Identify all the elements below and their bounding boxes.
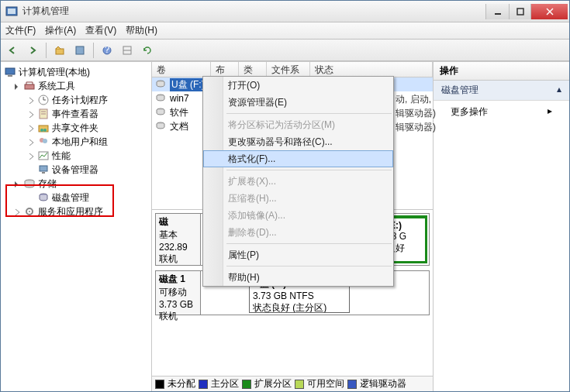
svg-point-22: [40, 129, 43, 132]
tree-local-users[interactable]: 本地用户和组: [2, 135, 150, 149]
back-button[interactable]: [4, 42, 21, 59]
help-button[interactable]: ?: [98, 42, 116, 59]
tree-system-tools[interactable]: 系统工具: [2, 79, 150, 93]
volume-list-header: 卷 布局 类型 文件系统 状态: [152, 62, 433, 77]
ctx-extend: 扩展卷(X)...: [203, 173, 393, 190]
tree-label: 共享文件夹: [52, 122, 98, 135]
menu-view[interactable]: 查看(V): [85, 24, 116, 37]
col-type[interactable]: 类型: [239, 62, 267, 77]
tree-label: 存储: [38, 177, 57, 191]
tree-services[interactable]: 服务和应用程序: [2, 205, 150, 218]
performance-icon: [37, 150, 50, 162]
tree-event-viewer[interactable]: 事件查看器: [2, 107, 150, 121]
svg-point-25: [43, 139, 47, 143]
center-panel: 卷 布局 类型 文件系统 状态 U盘 (F:) 简单 基本 NTFS 状态良好 …: [152, 62, 434, 391]
ctx-open[interactable]: 打开(O): [203, 77, 393, 94]
clock-icon: [37, 94, 50, 106]
expander-icon[interactable]: [27, 96, 36, 105]
ctx-change-letter[interactable]: 更改驱动器号和路径(C)...: [203, 133, 393, 150]
tree-root[interactable]: 计算机管理(本地): [2, 65, 150, 79]
tree-storage[interactable]: 存储: [2, 177, 150, 191]
view-button[interactable]: [119, 42, 136, 59]
actions-category[interactable]: 磁盘管理 ▴: [434, 81, 569, 101]
disk-icon: [37, 191, 50, 204]
window-title: 计算机管理: [22, 5, 485, 18]
legend-extended: 扩展分区: [254, 377, 292, 390]
svg-text:?: ?: [105, 45, 110, 55]
menu-file[interactable]: 文件(F): [5, 24, 36, 37]
folder-share-icon: [37, 122, 50, 134]
disk-info: 磁 基本 232.89 联机: [156, 214, 201, 265]
volume-name: U盘 (F:): [170, 78, 206, 91]
properties-button[interactable]: [71, 42, 88, 59]
svg-rect-27: [40, 166, 47, 171]
tree-label: 任务计划程序: [52, 94, 108, 107]
tree-label: 性能: [52, 150, 71, 163]
maximize-button[interactable]: [509, 4, 530, 19]
partition-status: 状态良好 (主分区): [253, 301, 346, 313]
main-area: 计算机管理(本地) 系统工具 任务计划程序 事件查看器 共享文件夹: [1, 61, 569, 391]
actions-category-label: 磁盘管理: [441, 84, 478, 97]
tree-performance[interactable]: 性能: [2, 149, 150, 163]
volume-icon: [155, 107, 168, 118]
partition-detail: 3.73 GB NTFS: [253, 291, 346, 301]
menubar: 文件(F) 操作(A) 查看(V) 帮助(H): [1, 22, 569, 40]
tree-label: 本地用户和组: [52, 136, 108, 149]
close-button[interactable]: [530, 4, 568, 19]
tree-label: 服务和应用程序: [38, 205, 103, 218]
expander-icon[interactable]: [13, 180, 22, 188]
forward-button[interactable]: [24, 42, 41, 59]
titlebar: 计算机管理: [1, 1, 569, 22]
col-volume[interactable]: 卷: [152, 62, 211, 77]
ctx-help[interactable]: 帮助(H): [203, 269, 393, 286]
legend-primary: 主分区: [211, 377, 239, 390]
tree-shared-folders[interactable]: 共享文件夹: [2, 121, 150, 135]
expander-icon[interactable]: [13, 208, 22, 216]
tree-device-manager[interactable]: 设备管理器: [2, 163, 150, 177]
refresh-button[interactable]: [139, 42, 156, 59]
up-button[interactable]: [51, 42, 68, 59]
minimize-button[interactable]: [485, 4, 509, 19]
actions-more[interactable]: 更多操作 ▸: [434, 101, 569, 123]
actions-header: 操作: [434, 62, 569, 81]
col-layout[interactable]: 布局: [211, 62, 239, 77]
svg-rect-1: [8, 9, 16, 14]
ctx-shrink: 压缩卷(H)...: [203, 190, 393, 207]
svg-rect-28: [42, 172, 45, 174]
volume-icon: [155, 79, 168, 90]
legend-free: 可用空间: [307, 377, 344, 390]
text-fragment: 动, 启动,: [396, 93, 431, 106]
expander-icon[interactable]: [27, 152, 36, 160]
ctx-properties[interactable]: 属性(P): [203, 246, 393, 263]
actions-more-label: 更多操作: [451, 105, 488, 119]
ctx-format[interactable]: 格式化(F)...: [203, 150, 393, 167]
window-buttons: [485, 4, 568, 19]
ctx-explorer[interactable]: 资源管理器(E): [203, 94, 393, 111]
menu-help[interactable]: 帮助(H): [126, 24, 157, 37]
tree-disk-management[interactable]: 磁盘管理: [2, 191, 150, 205]
text-fragment: 辑驱动器): [396, 107, 436, 120]
expander-icon[interactable]: [27, 138, 36, 146]
expander-icon[interactable]: [27, 124, 36, 132]
svg-rect-21: [39, 126, 48, 132]
svg-rect-14: [25, 84, 34, 89]
menu-action[interactable]: 操作(A): [45, 24, 76, 37]
swatch-extended: [242, 380, 251, 389]
svg-rect-13: [8, 75, 12, 77]
expander-icon[interactable]: [13, 82, 22, 91]
expander-icon[interactable]: [27, 110, 36, 119]
volume-name: 文档: [170, 120, 188, 133]
disk-label: 磁盘 1: [159, 273, 197, 286]
svg-point-23: [43, 129, 47, 132]
svg-rect-6: [56, 49, 64, 54]
swatch-free: [295, 380, 304, 389]
volume-name: 软件: [170, 106, 188, 119]
disk-type: 基本: [159, 229, 197, 242]
col-status[interactable]: 状态: [310, 62, 433, 77]
tree-task-scheduler[interactable]: 任务计划程序: [2, 93, 150, 107]
ctx-delete: 删除卷(D)...: [203, 224, 393, 241]
svg-point-32: [29, 211, 30, 212]
col-fs[interactable]: 文件系统: [267, 62, 310, 77]
tree-label: 事件查看器: [52, 108, 98, 121]
disk-name-label: 磁: [159, 215, 197, 229]
